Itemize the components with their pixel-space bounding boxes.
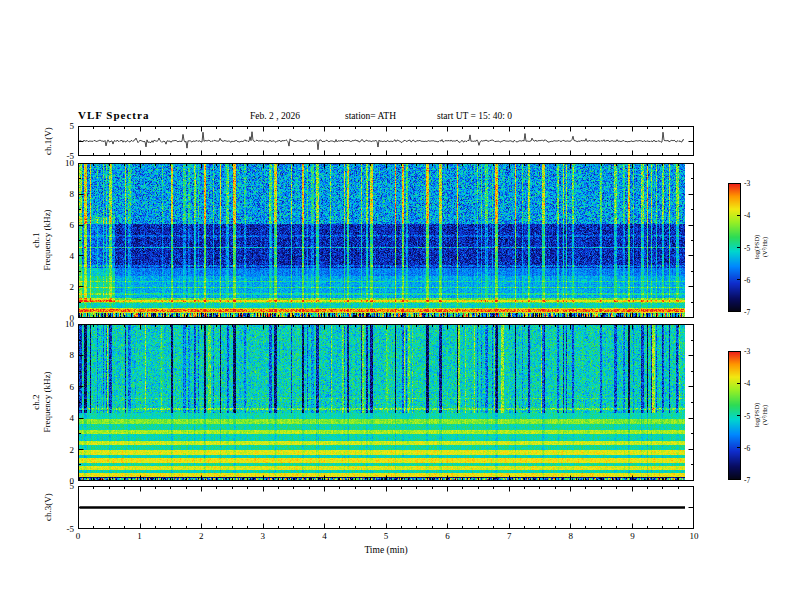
colorbar1-tick-label: -7	[744, 308, 750, 317]
x-tick-label: 9	[630, 531, 635, 541]
ch2-spec-y-tick-label: 6	[70, 382, 75, 392]
colorbar2-tick-label: -6	[744, 443, 750, 452]
ch1-spec-y-tick-label: 8	[70, 189, 75, 199]
plot-start-ut: start UT = 15: 40: 0	[437, 111, 512, 121]
ch3-voltage-axis-label: ch.3(V)	[43, 493, 54, 521]
x-tick-label: 7	[507, 531, 512, 541]
colorbar2-tick-label: -3	[744, 347, 750, 356]
ch3-volt-y-tick-label: -5	[67, 524, 75, 534]
ch1-waveform-panel	[78, 126, 694, 156]
plot-title: VLF Spectra	[78, 109, 149, 121]
x-tick-label: 1	[137, 531, 142, 541]
colorbar1-tick-label: -6	[744, 275, 750, 284]
x-tick-label: 0	[76, 531, 81, 541]
ch3-volt-y-tick-label: 5	[70, 481, 75, 491]
time-axis-label: Time (min)	[364, 545, 407, 555]
ch2-spectrogram-panel	[78, 324, 694, 481]
ch1-volt-y-tick-label: -5	[67, 151, 75, 161]
ch1-spec-y-tick-label: 4	[70, 251, 75, 261]
colorbar1-tick-label: -5	[744, 243, 750, 252]
ch2-spec-y-tick-label: 4	[70, 413, 75, 423]
ch2-frequency-axis-label: ch.2 Frequency (kHz)	[31, 371, 53, 432]
colorbar2-tick-label: -4	[744, 379, 750, 388]
ch3-waveform-panel	[78, 486, 694, 529]
plot-date: Feb. 2 , 2026	[250, 111, 300, 121]
colorbar-ch1	[728, 183, 741, 312]
plot-station: station= ATH	[345, 111, 396, 121]
ch2-spec-y-tick-label: 8	[70, 350, 75, 360]
ch1-volt-y-tick-label: 5	[70, 121, 75, 131]
x-tick-label: 6	[445, 531, 450, 541]
x-tick-label: 8	[569, 531, 574, 541]
colorbar2-tick-label: -5	[744, 411, 750, 420]
ch1-spec-y-tick-label: 6	[70, 220, 75, 230]
x-tick-label: 5	[384, 531, 389, 541]
colorbar1-tick-label: -4	[744, 211, 750, 220]
ch1-voltage-axis-label: ch.1(V)	[43, 127, 54, 155]
x-tick-label: 10	[690, 531, 699, 541]
x-tick-label: 2	[199, 531, 204, 541]
colorbar1-axis-label: log(PSD)(V²/Hz)	[753, 232, 769, 263]
x-tick-label: 3	[261, 531, 266, 541]
ch1-frequency-axis-label: ch.1 Frequency (kHz)	[31, 209, 53, 270]
ch1-spectrogram-panel	[78, 163, 694, 318]
x-tick-label: 4	[322, 531, 327, 541]
colorbar2-axis-label: log(PSD)(V²/Hz)	[753, 400, 769, 431]
colorbar1-tick-label: -3	[744, 179, 750, 188]
ch2-spec-y-tick-label: 2	[70, 445, 75, 455]
colorbar-ch2	[728, 351, 741, 480]
vlf-spectra-figure: VLF Spectra Feb. 2 , 2026 station= ATH s…	[0, 0, 792, 612]
ch1-spec-y-tick-label: 2	[70, 282, 75, 292]
ch2-spec-y-tick-label: 10	[65, 319, 74, 329]
colorbar2-tick-label: -7	[744, 476, 750, 485]
